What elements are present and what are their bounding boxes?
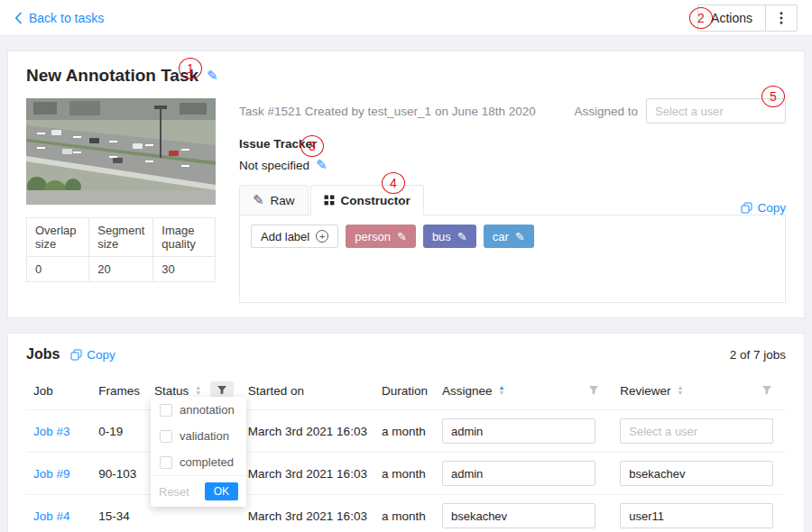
raw-tab-label: Raw — [271, 194, 295, 207]
assignee-input[interactable] — [442, 503, 595, 528]
status-filter-dropdown: annotation validation completed Reset OK — [151, 397, 246, 507]
param-header-segment: Segment size — [89, 218, 153, 257]
caret-down-icon: ▼ — [678, 390, 684, 396]
caret-down-icon: ▼ — [195, 390, 201, 396]
label-chip-bus[interactable]: bus ✎ — [423, 225, 476, 248]
checkbox[interactable] — [160, 456, 172, 469]
col-header-job: Job — [26, 371, 91, 410]
checkbox[interactable] — [160, 430, 172, 443]
table-row: Job #9 90-103 March 3rd 2021 16:03 a mon… — [26, 453, 786, 495]
tab-constructor[interactable]: Constructor — [310, 185, 424, 216]
label-person-name: person — [355, 230, 391, 243]
assignee-filter-icon[interactable] — [582, 381, 605, 399]
back-to-tasks-link[interactable]: Back to tasks — [14, 11, 104, 25]
jobs-table: Job Frames Status ▲ ▼ Started on — [26, 371, 786, 532]
assignee-header-label[interactable]: Assignee — [442, 384, 493, 398]
frames-cell: 0-19 — [91, 410, 147, 453]
duration-cell: a month — [374, 410, 435, 453]
col-header-frames: Frames — [91, 371, 147, 410]
col-header-duration: Duration — [374, 371, 435, 410]
task-card: New Annotation Task ✎ — [7, 50, 805, 318]
copy-jobs-link[interactable]: Copy — [70, 348, 115, 362]
duration-cell: a month — [374, 495, 435, 532]
param-value-segment: 20 — [89, 257, 153, 282]
edit-label-bus-icon[interactable]: ✎ — [457, 230, 467, 243]
reviewer-sort-icon[interactable]: ▲ ▼ — [678, 385, 684, 396]
assignee-input[interactable] — [442, 418, 595, 444]
task-params-table: Overlap size Segment size Image quality … — [26, 217, 216, 282]
reviewer-header-label[interactable]: Reviewer — [620, 384, 670, 398]
frames-cell: 90-103 — [91, 453, 147, 495]
label-chip-person[interactable]: person ✎ — [346, 225, 416, 248]
edit-label-person-icon[interactable]: ✎ — [397, 230, 407, 243]
label-chip-car[interactable]: car ✎ — [484, 225, 534, 248]
started-cell: March 3rd 2021 16:03 — [241, 410, 374, 453]
jobs-count: 2 of 7 jobs — [730, 348, 786, 362]
copy-jobs-label: Copy — [87, 348, 115, 362]
task-preview-image — [26, 98, 216, 205]
job-link[interactable]: Job #9 — [33, 467, 70, 481]
reviewer-input[interactable] — [620, 461, 773, 486]
edit-issue-tracker-icon[interactable]: ✎ — [316, 157, 328, 173]
assignee-input[interactable] — [442, 461, 595, 486]
add-label-button[interactable]: Add label + — [251, 225, 338, 248]
label-car-name: car — [493, 230, 509, 243]
col-header-reviewer: Reviewer ▲ ▼ — [613, 371, 786, 410]
constructor-tab-label: Constructor — [341, 194, 411, 207]
filter-reset-button[interactable]: Reset — [159, 485, 189, 499]
started-cell: March 3rd 2021 16:03 — [241, 495, 374, 532]
add-label-label: Add label — [261, 230, 309, 243]
jobs-card: Jobs Copy 2 of 7 jobs Job Frames — [7, 333, 805, 532]
callout-4: 4 — [382, 172, 405, 194]
copy-labels-link[interactable]: Copy — [741, 201, 786, 215]
table-row: Job #3 0-19 March 3rd 2021 16:03 a month — [26, 410, 786, 453]
callout-5: 5 — [761, 86, 785, 107]
callout-3: 3 — [300, 135, 324, 157]
reviewer-input[interactable] — [620, 503, 773, 528]
param-header-quality: Image quality — [153, 218, 216, 257]
reviewer-filter-icon[interactable] — [755, 381, 779, 399]
filter-ok-button[interactable]: OK — [205, 482, 238, 500]
constructor-icon — [324, 195, 335, 206]
issue-tracker-value: Not specified — [239, 159, 309, 172]
edit-task-name-icon[interactable]: ✎ — [207, 68, 218, 84]
tab-raw[interactable]: ✎ Raw — [239, 185, 309, 216]
filter-option-label: completed — [180, 455, 234, 469]
copy-labels-label: Copy — [757, 201, 786, 215]
copy-icon — [70, 349, 82, 361]
jobs-title: Jobs — [26, 346, 60, 362]
callout-1: 1 — [179, 58, 202, 79]
filter-option-validation[interactable]: validation — [151, 423, 246, 449]
param-value-overlap: 0 — [27, 257, 89, 282]
assignee-sort-icon[interactable]: ▲ ▼ — [498, 385, 504, 396]
more-menu-icon[interactable]: ⋮ — [766, 9, 797, 26]
reviewer-input[interactable] — [620, 418, 773, 444]
checkbox[interactable] — [160, 404, 172, 417]
filter-option-annotation[interactable]: annotation — [151, 397, 246, 423]
label-bus-name: bus — [432, 230, 451, 243]
col-header-assignee: Assignee ▲ ▼ — [435, 371, 613, 410]
labels-constructor-panel: Add label + person ✎ bus ✎ car ✎ — [239, 215, 786, 303]
back-to-tasks-label: Back to tasks — [29, 11, 104, 25]
edit-label-car-icon[interactable]: ✎ — [515, 230, 525, 243]
filter-option-completed[interactable]: completed — [151, 449, 246, 475]
job-link[interactable]: Job #4 — [33, 509, 70, 523]
task-title: New Annotation Task — [26, 66, 198, 86]
table-row: Job #4 15-34 March 3rd 2021 16:03 a mont… — [26, 495, 786, 532]
status-header-label[interactable]: Status — [154, 384, 189, 398]
status-sort-icon[interactable]: ▲ ▼ — [195, 385, 201, 396]
param-header-overlap: Overlap size — [27, 218, 89, 257]
raw-tab-icon: ✎ — [253, 192, 264, 208]
duration-cell: a month — [374, 453, 435, 495]
caret-down-icon: ▼ — [498, 390, 504, 396]
back-chevron-icon — [14, 12, 23, 24]
job-link[interactable]: Job #3 — [33, 425, 70, 438]
task-meta-text: Task #1521 Created by test_user_1 on Jun… — [239, 105, 536, 118]
callout-2: 2 — [689, 7, 713, 29]
col-header-started: Started on — [241, 371, 374, 410]
param-value-quality: 30 — [153, 257, 216, 282]
frames-cell: 15-34 — [91, 495, 147, 532]
copy-icon — [741, 202, 752, 214]
assigned-to-label: Assigned to — [574, 105, 638, 118]
filter-option-label: annotation — [180, 403, 235, 417]
